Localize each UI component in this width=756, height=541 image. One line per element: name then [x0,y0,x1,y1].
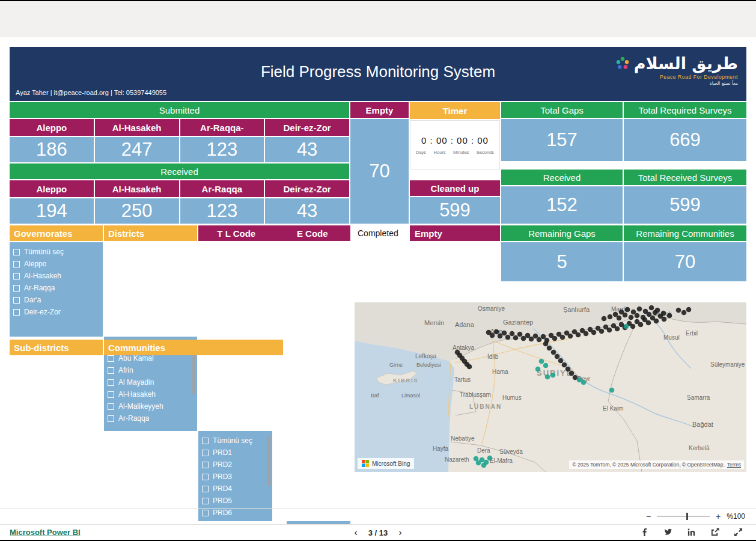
zoom-slider-thumb[interactable] [686,513,688,520]
powerbi-brand-link[interactable]: Microsoft Power BI [10,528,81,537]
filter-option[interactable]: Al-Hasakeh [108,388,197,400]
filter-option[interactable]: Al-Hasakeh [13,270,103,282]
checkbox-icon[interactable] [108,379,114,386]
checkbox-icon[interactable] [13,297,20,304]
map-data-point[interactable] [625,307,630,313]
filter-option[interactable]: Deir-ez-Zor [13,306,103,318]
governorates-slicer[interactable]: Tümünü seçAleppoAl-HasakehAr-RaqqaDar'aD… [10,242,103,337]
filter-option[interactable]: Afrin [108,364,197,376]
map-data-point[interactable] [676,308,681,313]
map-data-point[interactable] [608,314,613,320]
map-data-point[interactable] [584,331,589,337]
checkbox-icon[interactable] [108,403,114,410]
map-data-point[interactable] [576,332,581,338]
map-data-point[interactable] [624,324,629,329]
map-data-point[interactable] [602,316,607,322]
map-data-point[interactable] [551,350,556,355]
filter-option[interactable]: PRD6 [202,507,272,519]
map-data-point[interactable] [539,359,544,364]
map-data-point[interactable] [543,341,549,347]
zoom-slider[interactable] [657,516,710,517]
map-data-point[interactable] [638,322,644,328]
checkbox-icon[interactable] [108,355,114,362]
map-data-point[interactable] [521,336,526,341]
checkbox-icon[interactable] [13,285,20,292]
map-data-point[interactable] [550,373,556,378]
map-data-point[interactable] [662,317,667,322]
map-data-point[interactable] [637,307,642,312]
map-data-point[interactable] [537,337,542,343]
map-data-point[interactable] [487,456,493,461]
map-data-point[interactable] [641,315,646,320]
filter-option[interactable]: PRD1 [202,447,272,459]
map-data-point[interactable] [552,336,558,341]
map-data-point[interactable] [558,358,564,364]
map-data-point[interactable] [568,334,573,339]
map-data-point[interactable] [599,329,605,334]
filter-option[interactable]: Dar'a [13,294,103,306]
map-data-point[interactable] [560,335,565,340]
checkbox-icon[interactable] [108,415,114,422]
fullscreen-icon[interactable] [734,528,743,537]
map-data-point[interactable] [565,367,571,372]
checkbox-icon[interactable] [202,510,209,516]
map-data-point[interactable] [607,328,612,333]
checkbox-icon[interactable] [108,391,114,398]
map-data-point[interactable] [529,337,534,342]
map-data-point[interactable] [562,362,567,368]
map-data-point[interactable] [653,310,658,316]
terms-link[interactable]: Terms [727,462,741,468]
filter-option[interactable]: Aleppo [13,258,103,270]
map-data-point[interactable] [649,305,654,311]
filter-option[interactable]: PRD2 [202,459,272,471]
map-data-point[interactable] [481,463,487,468]
map-data-point[interactable] [510,331,515,337]
next-page-button[interactable]: › [398,527,401,538]
map-data-point[interactable] [535,367,541,372]
checkbox-icon[interactable] [108,367,114,374]
map-data-point[interactable] [667,313,672,319]
map-data-point[interactable] [681,310,687,316]
map-data-point[interactable] [547,346,552,351]
filter-option[interactable]: Al-Malikeyyeh [108,400,197,412]
map-data-point[interactable] [517,332,523,337]
map-data-point[interactable] [623,313,628,318]
map-data-point[interactable] [615,326,620,332]
checkbox-icon[interactable] [202,474,209,480]
linkedin-icon[interactable] [687,528,696,537]
map-data-point[interactable] [581,380,587,385]
map-data-point[interactable] [555,354,560,359]
map-data-point[interactable] [494,329,499,335]
map-data-point[interactable] [543,363,549,368]
map-data-point[interactable] [474,456,479,462]
checkbox-icon[interactable] [13,309,20,316]
map-data-point[interactable] [646,320,651,326]
map-data-point[interactable] [591,330,597,335]
map-data-point[interactable] [569,371,575,376]
map-data-point[interactable] [661,311,666,316]
checkbox-icon[interactable] [202,498,209,504]
map-data-point[interactable] [629,315,634,320]
filter-option[interactable]: Tümünü seç [13,246,103,258]
map-data-point[interactable] [467,364,472,370]
checkbox-icon[interactable] [13,261,20,267]
filter-option[interactable]: Ar-Raqqa [13,282,103,294]
bing-logo[interactable]: Microsoft Bing [358,458,414,469]
map-data-point[interactable] [498,334,503,339]
map-data-point[interactable] [654,319,659,324]
map-data-point[interactable] [609,388,615,393]
map-data-point[interactable] [502,331,507,336]
share-icon[interactable] [710,528,719,537]
filter-option[interactable]: PRD5 [202,495,272,507]
map-data-point[interactable] [630,324,636,329]
checkbox-icon[interactable] [13,273,20,280]
map-data-point[interactable] [505,335,511,340]
twitter-icon[interactable] [663,528,672,537]
map-data-point[interactable] [647,312,652,317]
map-data-point[interactable] [635,313,640,319]
filter-option[interactable]: PRD4 [202,483,272,495]
checkbox-icon[interactable] [202,450,209,456]
zoom-in-button[interactable]: + [716,512,721,521]
checkbox-icon[interactable] [202,486,209,492]
checkbox-icon[interactable] [202,438,209,444]
